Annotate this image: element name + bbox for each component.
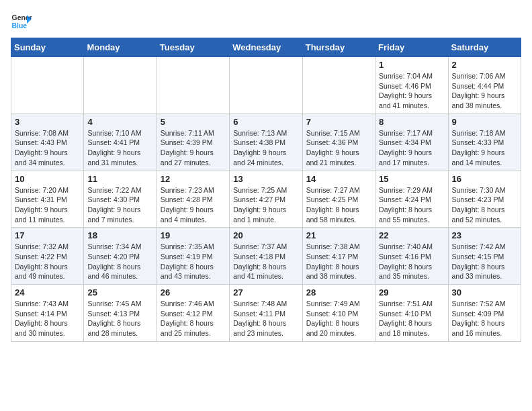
- day-number: 19: [161, 230, 226, 240]
- week-row-1: 1Sunrise: 7:04 AM Sunset: 4:46 PM Daylig…: [11, 57, 521, 114]
- day-cell: 29Sunrise: 7:51 AM Sunset: 4:10 PM Dayli…: [375, 285, 448, 342]
- day-info: Sunrise: 7:08 AM Sunset: 4:43 PM Dayligh…: [15, 128, 80, 168]
- day-info: Sunrise: 7:35 AM Sunset: 4:19 PM Dayligh…: [161, 242, 226, 281]
- day-info: Sunrise: 7:43 AM Sunset: 4:14 PM Dayligh…: [15, 299, 80, 338]
- day-info: Sunrise: 7:29 AM Sunset: 4:24 PM Dayligh…: [379, 185, 444, 225]
- day-info: Sunrise: 7:37 AM Sunset: 4:18 PM Dayligh…: [233, 242, 298, 281]
- day-info: Sunrise: 7:48 AM Sunset: 4:11 PM Dayligh…: [233, 299, 298, 338]
- day-info: Sunrise: 7:51 AM Sunset: 4:10 PM Dayligh…: [379, 299, 444, 338]
- day-number: 30: [452, 287, 517, 298]
- day-cell: [302, 57, 375, 114]
- day-cell: 25Sunrise: 7:45 AM Sunset: 4:13 PM Dayli…: [84, 285, 157, 342]
- day-number: 28: [306, 287, 371, 298]
- header-saturday: Saturday: [448, 38, 521, 57]
- day-cell: [230, 57, 302, 114]
- day-info: Sunrise: 7:34 AM Sunset: 4:20 PM Dayligh…: [87, 242, 152, 281]
- day-info: Sunrise: 7:15 AM Sunset: 4:36 PM Dayligh…: [306, 128, 371, 168]
- day-number: 24: [15, 287, 80, 298]
- header-monday: Monday: [84, 38, 157, 57]
- week-row-5: 24Sunrise: 7:43 AM Sunset: 4:14 PM Dayli…: [11, 285, 521, 342]
- day-number: 17: [15, 230, 80, 240]
- day-cell: 16Sunrise: 7:30 AM Sunset: 4:23 PM Dayli…: [448, 171, 521, 228]
- day-cell: [84, 57, 157, 114]
- day-info: Sunrise: 7:40 AM Sunset: 4:16 PM Dayligh…: [379, 242, 444, 281]
- header-sunday: Sunday: [11, 38, 84, 57]
- day-info: Sunrise: 7:27 AM Sunset: 4:25 PM Dayligh…: [306, 185, 371, 225]
- day-info: Sunrise: 7:20 AM Sunset: 4:31 PM Dayligh…: [15, 185, 80, 225]
- day-cell: 13Sunrise: 7:25 AM Sunset: 4:27 PM Dayli…: [230, 171, 302, 228]
- svg-text:Blue: Blue: [12, 22, 28, 30]
- day-cell: 4Sunrise: 7:10 AM Sunset: 4:41 PM Daylig…: [84, 113, 157, 171]
- day-cell: [157, 57, 229, 114]
- day-cell: 11Sunrise: 7:22 AM Sunset: 4:30 PM Dayli…: [84, 171, 157, 228]
- day-cell: 17Sunrise: 7:32 AM Sunset: 4:22 PM Dayli…: [11, 228, 84, 285]
- day-cell: 8Sunrise: 7:17 AM Sunset: 4:34 PM Daylig…: [375, 113, 448, 171]
- day-number: 6: [233, 117, 298, 127]
- calendar-table: SundayMondayTuesdayWednesdayThursdayFrid…: [11, 38, 521, 342]
- header-thursday: Thursday: [302, 38, 375, 57]
- logo-icon: General Blue: [11, 11, 32, 32]
- day-info: Sunrise: 7:46 AM Sunset: 4:12 PM Dayligh…: [161, 299, 226, 338]
- day-cell: 18Sunrise: 7:34 AM Sunset: 4:20 PM Dayli…: [84, 228, 157, 285]
- header-tuesday: Tuesday: [157, 38, 229, 57]
- day-info: Sunrise: 7:45 AM Sunset: 4:13 PM Dayligh…: [87, 299, 152, 338]
- day-info: Sunrise: 7:49 AM Sunset: 4:10 PM Dayligh…: [306, 299, 371, 338]
- day-info: Sunrise: 7:22 AM Sunset: 4:30 PM Dayligh…: [87, 185, 152, 225]
- day-number: 14: [306, 174, 371, 184]
- day-cell: 19Sunrise: 7:35 AM Sunset: 4:19 PM Dayli…: [157, 228, 229, 285]
- day-number: 21: [306, 230, 371, 240]
- day-number: 1: [379, 60, 444, 70]
- day-number: 4: [87, 117, 152, 127]
- day-number: 20: [233, 230, 298, 240]
- day-info: Sunrise: 7:06 AM Sunset: 4:44 PM Dayligh…: [452, 71, 517, 111]
- page-header: General Blue: [11, 11, 521, 32]
- day-number: 26: [161, 287, 226, 298]
- day-cell: 24Sunrise: 7:43 AM Sunset: 4:14 PM Dayli…: [11, 285, 84, 342]
- day-info: Sunrise: 7:30 AM Sunset: 4:23 PM Dayligh…: [452, 185, 517, 225]
- day-number: 7: [306, 117, 371, 127]
- day-cell: 6Sunrise: 7:13 AM Sunset: 4:38 PM Daylig…: [230, 113, 302, 171]
- day-number: 5: [161, 117, 226, 127]
- day-number: 3: [15, 117, 80, 127]
- day-number: 2: [452, 60, 517, 70]
- day-number: 18: [87, 230, 152, 240]
- day-number: 13: [233, 174, 298, 184]
- day-number: 10: [15, 174, 80, 184]
- header-wednesday: Wednesday: [230, 38, 302, 57]
- day-info: Sunrise: 7:18 AM Sunset: 4:33 PM Dayligh…: [452, 128, 517, 168]
- day-cell: 15Sunrise: 7:29 AM Sunset: 4:24 PM Dayli…: [375, 171, 448, 228]
- day-cell: 26Sunrise: 7:46 AM Sunset: 4:12 PM Dayli…: [157, 285, 229, 342]
- day-number: 29: [379, 287, 444, 298]
- day-cell: 3Sunrise: 7:08 AM Sunset: 4:43 PM Daylig…: [11, 113, 84, 171]
- day-cell: [11, 57, 84, 114]
- day-number: 9: [452, 117, 517, 127]
- day-cell: 2Sunrise: 7:06 AM Sunset: 4:44 PM Daylig…: [448, 57, 521, 114]
- header-friday: Friday: [375, 38, 448, 57]
- day-number: 25: [87, 287, 152, 298]
- day-number: 27: [233, 287, 298, 298]
- day-info: Sunrise: 7:04 AM Sunset: 4:46 PM Dayligh…: [379, 71, 444, 111]
- day-cell: 23Sunrise: 7:42 AM Sunset: 4:15 PM Dayli…: [448, 228, 521, 285]
- day-number: 23: [452, 230, 517, 240]
- day-number: 15: [379, 174, 444, 184]
- day-info: Sunrise: 7:38 AM Sunset: 4:17 PM Dayligh…: [306, 242, 371, 281]
- day-info: Sunrise: 7:13 AM Sunset: 4:38 PM Dayligh…: [233, 128, 298, 168]
- day-cell: 30Sunrise: 7:52 AM Sunset: 4:09 PM Dayli…: [448, 285, 521, 342]
- day-cell: 5Sunrise: 7:11 AM Sunset: 4:39 PM Daylig…: [157, 113, 229, 171]
- week-row-4: 17Sunrise: 7:32 AM Sunset: 4:22 PM Dayli…: [11, 228, 521, 285]
- day-cell: 1Sunrise: 7:04 AM Sunset: 4:46 PM Daylig…: [375, 57, 448, 114]
- day-cell: 14Sunrise: 7:27 AM Sunset: 4:25 PM Dayli…: [302, 171, 375, 228]
- day-info: Sunrise: 7:25 AM Sunset: 4:27 PM Dayligh…: [233, 185, 298, 225]
- day-info: Sunrise: 7:52 AM Sunset: 4:09 PM Dayligh…: [452, 299, 517, 338]
- day-info: Sunrise: 7:32 AM Sunset: 4:22 PM Dayligh…: [15, 242, 80, 281]
- day-cell: 12Sunrise: 7:23 AM Sunset: 4:28 PM Dayli…: [157, 171, 229, 228]
- day-cell: 7Sunrise: 7:15 AM Sunset: 4:36 PM Daylig…: [302, 113, 375, 171]
- day-info: Sunrise: 7:23 AM Sunset: 4:28 PM Dayligh…: [161, 185, 226, 225]
- day-number: 12: [161, 174, 226, 184]
- day-cell: 27Sunrise: 7:48 AM Sunset: 4:11 PM Dayli…: [230, 285, 302, 342]
- day-cell: 9Sunrise: 7:18 AM Sunset: 4:33 PM Daylig…: [448, 113, 521, 171]
- logo: General Blue: [11, 11, 35, 32]
- day-cell: 21Sunrise: 7:38 AM Sunset: 4:17 PM Dayli…: [302, 228, 375, 285]
- day-info: Sunrise: 7:10 AM Sunset: 4:41 PM Dayligh…: [87, 128, 152, 168]
- day-info: Sunrise: 7:17 AM Sunset: 4:34 PM Dayligh…: [379, 128, 444, 168]
